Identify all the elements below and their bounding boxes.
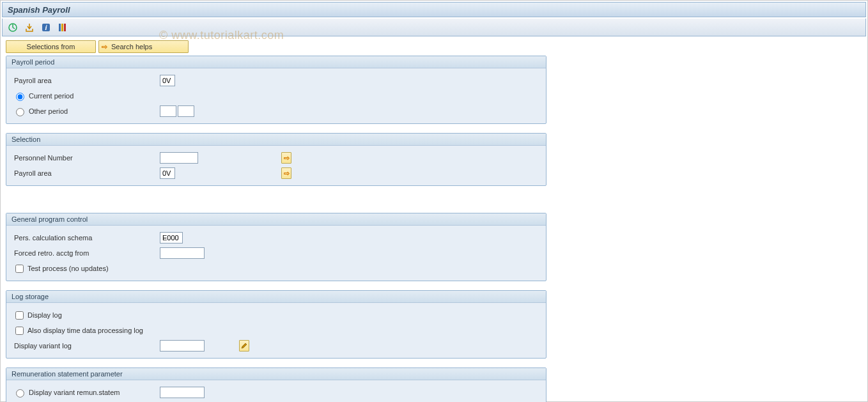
- payroll-area-multi-icon[interactable]: ⇨: [281, 167, 291, 179]
- remuneration-group: Remuneration statement parameter Display…: [6, 367, 546, 402]
- other-period-input-1[interactable]: [160, 105, 176, 117]
- payroll-period-group: Payroll period Payroll area Current peri…: [6, 56, 546, 124]
- payroll-period-title: Payroll period: [6, 56, 546, 68]
- display-variant-log-input[interactable]: [160, 340, 205, 352]
- log-storage-title: Log storage: [6, 291, 546, 303]
- forced-retro-input[interactable]: [160, 247, 205, 259]
- get-variant-icon[interactable]: [23, 21, 36, 34]
- display-log-checkbox[interactable]: [15, 311, 24, 320]
- selections-from-label: Selections from: [27, 43, 75, 50]
- forced-retro-label: Forced retro. acctg from: [13, 249, 160, 257]
- test-process-label: Test process (no updates): [27, 265, 109, 272]
- pers-calc-schema-input[interactable]: [160, 232, 183, 244]
- execute-icon[interactable]: [6, 21, 19, 34]
- personnel-number-label: Personnel Number: [13, 154, 160, 162]
- payroll-area-label: Payroll area: [13, 77, 160, 84]
- other-period-label: Other period: [29, 107, 68, 115]
- payroll-area2-label: Payroll area: [13, 169, 160, 177]
- display-log-label: Display log: [27, 311, 62, 319]
- personnel-number-input[interactable]: [160, 152, 198, 164]
- log-storage-group: Log storage Display log Also display tim…: [6, 290, 546, 359]
- search-helps-label: Search helps: [111, 43, 152, 50]
- display-variant-remun-input[interactable]: [160, 387, 205, 398]
- display-variant-log-label: Display variant log: [13, 342, 160, 350]
- also-display-time-checkbox[interactable]: [15, 327, 24, 335]
- current-period-radio[interactable]: Current period: [13, 91, 74, 101]
- display-variant-remun-label: Display variant remun.statem: [29, 389, 120, 396]
- arrow-right-icon: ⇨: [102, 43, 107, 51]
- payroll-area-input[interactable]: [160, 75, 175, 86]
- other-period-input-2[interactable]: [178, 105, 194, 117]
- svg-rect-4: [61, 24, 63, 31]
- search-helps-button[interactable]: ⇨ Search helps: [98, 40, 189, 53]
- current-period-label: Current period: [29, 92, 74, 100]
- gpc-title: General program control: [6, 213, 546, 226]
- svg-rect-5: [64, 24, 66, 31]
- payroll-area2-input[interactable]: [160, 167, 175, 179]
- toolbar: i: [2, 19, 866, 36]
- title-bar: Spanish Payroll: [2, 2, 866, 17]
- selection-group: Selection Personnel Number ⇨ Payroll are…: [6, 133, 546, 186]
- personnel-number-multi-icon[interactable]: ⇨: [281, 152, 291, 164]
- remuneration-title: Remuneration statement parameter: [6, 368, 546, 380]
- pencil-icon[interactable]: [239, 340, 249, 352]
- selections-from-button[interactable]: Selections from: [6, 40, 96, 53]
- display-variant-remun-radio[interactable]: Display variant remun.statem: [13, 387, 160, 398]
- pers-calc-schema-label: Pers. calculation schema: [13, 234, 160, 242]
- info-icon[interactable]: i: [40, 21, 52, 34]
- svg-rect-3: [59, 24, 61, 31]
- test-process-checkbox[interactable]: [15, 265, 24, 273]
- page-title: Spanish Payroll: [8, 5, 70, 15]
- general-program-control-group: General program control Pers. calculatio…: [6, 213, 546, 281]
- other-period-radio[interactable]: Other period: [13, 106, 160, 116]
- also-display-time-label: Also display time data processing log: [27, 327, 143, 334]
- grid-icon[interactable]: [56, 21, 69, 34]
- selection-title: Selection: [6, 134, 546, 146]
